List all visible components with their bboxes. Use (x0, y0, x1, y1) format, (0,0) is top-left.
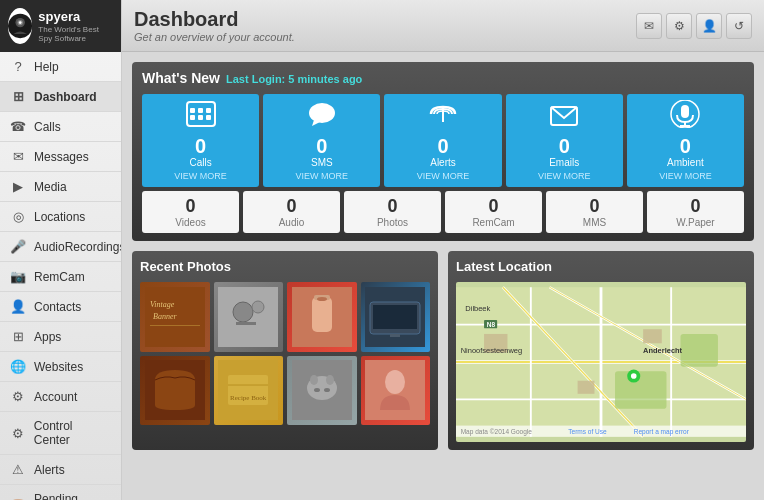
help-icon: ? (10, 59, 26, 74)
calls-view-more[interactable]: VIEW MORE (174, 171, 227, 181)
sidebar-item-apps[interactable]: ⊞ Apps (0, 322, 121, 352)
map-container[interactable]: Dilbeek Anderlecht Ninoofsesteenweg N8 M… (456, 282, 746, 442)
stat-mms: 0 MMS (546, 191, 643, 233)
sidebar-label-control: Control Center (34, 419, 111, 447)
remcam-count: 0 (488, 196, 498, 217)
logo-icon (8, 8, 32, 44)
sidebar-label-apps: Apps (34, 330, 61, 344)
photo-thumb-8[interactable] (361, 356, 431, 426)
calls-count: 0 (195, 136, 206, 156)
email-topbar-button[interactable]: ✉ (636, 13, 662, 39)
svg-rect-28 (312, 297, 332, 332)
account-icon: ⚙ (10, 389, 26, 404)
svg-point-47 (385, 370, 405, 394)
photos-label: Photos (377, 217, 408, 228)
photo-thumb-1[interactable]: Vintage Banner (140, 282, 210, 352)
stat-videos: 0 Videos (142, 191, 239, 233)
sidebar-item-audiorecordings[interactable]: 🎤 AudioRecordings (0, 232, 121, 262)
sidebar-label-help: Help (34, 60, 59, 74)
logo-subtitle: The World's Best Spy Software (38, 25, 113, 43)
svg-point-44 (314, 388, 320, 392)
sidebar-item-websites[interactable]: 🌐 Websites (0, 352, 121, 382)
stat-audio: 0 Audio (243, 191, 340, 233)
svg-rect-8 (190, 115, 195, 120)
sidebar-item-contacts[interactable]: 👤 Contacts (0, 292, 121, 322)
last-login-label: Last Login: (226, 73, 285, 85)
sidebar-label-calls: Calls (34, 120, 61, 134)
logo-text-area: spyera The World's Best Spy Software (38, 9, 113, 43)
main-content: Dashboard Get an overview of your accoun… (122, 0, 764, 500)
audio-label: Audio (279, 217, 305, 228)
refresh-topbar-button[interactable]: ↺ (726, 13, 752, 39)
sidebar-label-remcam: RemCam (34, 270, 85, 284)
dashboard-icon: ⊞ (10, 89, 26, 104)
user-topbar-button[interactable]: 👤 (696, 13, 722, 39)
sidebar-item-messages[interactable]: ✉ Messages (0, 142, 121, 172)
stat-ambient: 0 Ambient VIEW MORE (627, 94, 744, 187)
svg-text:Dilbeek: Dilbeek (465, 304, 490, 313)
sidebar-item-account[interactable]: ⚙ Account (0, 382, 121, 412)
stat-remcam: 0 RemCam (445, 191, 542, 233)
sidebar-item-alerts[interactable]: ⚠ Alerts (0, 455, 121, 485)
sidebar-item-calls[interactable]: ☎ Calls (0, 112, 121, 142)
stat-photos: 0 Photos (344, 191, 441, 233)
stat-sms: 0 SMS VIEW MORE (263, 94, 380, 187)
svg-rect-33 (373, 305, 417, 329)
whats-new-header: What's New Last Login: 5 minutes ago (142, 70, 744, 86)
settings-topbar-button[interactable]: ⚙ (666, 13, 692, 39)
svg-rect-6 (198, 108, 203, 113)
svg-text:Report a map error: Report a map error (634, 428, 690, 436)
sidebar-item-pending-cmds[interactable]: ⏳ Pending CMDs (0, 485, 121, 500)
sidebar-item-locations[interactable]: ◎ Locations (0, 202, 121, 232)
svg-text:Terms of Use: Terms of Use (568, 428, 607, 435)
svg-rect-63 (643, 329, 662, 343)
sidebar-label-dashboard: Dashboard (34, 90, 97, 104)
whats-new-title: What's New (142, 70, 220, 86)
sidebar-label-websites: Websites (34, 360, 83, 374)
page-subtitle: Get an overview of your account. (134, 31, 295, 43)
sidebar-item-media[interactable]: ▶ Media (0, 172, 121, 202)
sms-view-more[interactable]: VIEW MORE (296, 171, 349, 181)
emails-view-more[interactable]: VIEW MORE (538, 171, 591, 181)
svg-rect-4 (187, 102, 215, 126)
sidebar-item-help[interactable]: ? Help (0, 52, 121, 82)
stat-emails: 0 Emails VIEW MORE (506, 94, 623, 187)
mms-label: MMS (583, 217, 606, 228)
alerts-view-more[interactable]: VIEW MORE (417, 171, 470, 181)
photo-thumb-3[interactable] (287, 282, 357, 352)
remcam-label: RemCam (472, 217, 514, 228)
photos-count: 0 (387, 196, 397, 217)
svg-text:Ninoofsesteenweg: Ninoofsesteenweg (461, 346, 522, 355)
photo-thumb-4[interactable] (361, 282, 431, 352)
photo-thumb-7[interactable] (287, 356, 357, 426)
photo-thumb-2[interactable] (214, 282, 284, 352)
contacts-icon: 👤 (10, 299, 26, 314)
topbar: Dashboard Get an overview of your accoun… (122, 0, 764, 52)
latest-location-title: Latest Location (456, 259, 746, 274)
stat-alerts: 0 Alerts VIEW MORE (384, 94, 501, 187)
audio-icon: 🎤 (10, 239, 26, 254)
sidebar-item-dashboard[interactable]: ⊞ Dashboard (0, 82, 121, 112)
sms-count: 0 (316, 136, 327, 156)
messages-icon: ✉ (10, 149, 26, 164)
photo-thumb-6[interactable]: Recipe Book (214, 356, 284, 426)
sidebar-label-contacts: Contacts (34, 300, 81, 314)
photo-thumb-5[interactable] (140, 356, 210, 426)
sidebar-label-audio: AudioRecordings (34, 240, 122, 254)
svg-point-43 (326, 375, 334, 385)
bottom-panels: Recent Photos Vintage Banner (132, 251, 754, 450)
svg-text:Vintage: Vintage (150, 300, 175, 309)
sidebar-label-account: Account (34, 390, 77, 404)
ambient-stat-icon (669, 100, 701, 134)
ambient-view-more[interactable]: VIEW MORE (659, 171, 712, 181)
photo-grid: Vintage Banner (140, 282, 430, 425)
audio-count: 0 (286, 196, 296, 217)
calls-icon: ☎ (10, 119, 26, 134)
svg-rect-64 (578, 381, 595, 394)
svg-text:Banner: Banner (153, 312, 177, 321)
whats-new-panel: What's New Last Login: 5 minutes ago (132, 62, 754, 241)
videos-count: 0 (185, 196, 195, 217)
sidebar-item-remcam[interactable]: 📷 RemCam (0, 262, 121, 292)
emails-count: 0 (559, 136, 570, 156)
sidebar-item-control-center[interactable]: ⚙ Control Center (0, 412, 121, 455)
